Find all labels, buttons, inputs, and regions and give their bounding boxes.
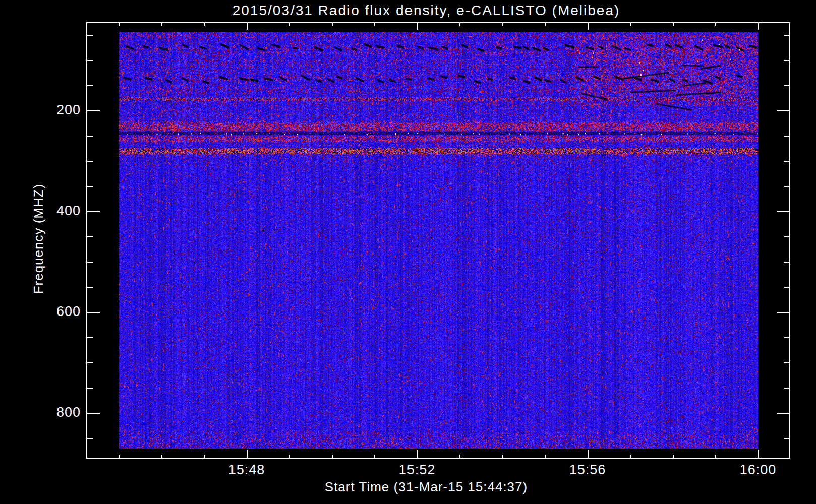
tick-mark [119,22,120,26]
x-tick-label: 15:56 [569,462,606,478]
x-tick-label: 16:00 [740,462,777,478]
tick-mark [86,413,100,414]
tick-mark [332,22,333,26]
tick-mark [204,22,205,26]
tick-mark [247,450,248,459]
y-tick-label: 200 [25,102,81,118]
tick-mark [247,22,248,30]
tick-mark [161,22,162,26]
tick-mark [777,110,790,111]
tick-mark [374,22,375,26]
tick-mark [777,211,790,212]
tick-mark [417,450,418,459]
tick-mark [545,455,546,459]
tick-mark [545,22,546,26]
tick-mark [630,22,631,26]
tick-mark [777,413,790,414]
tick-mark [784,136,790,137]
spectrogram-page: 2015/03/31 Radio flux density, e-CALLIST… [0,0,816,504]
tick-mark [86,85,93,86]
tick-mark [86,110,100,111]
tick-mark [784,186,790,187]
x-tick-label: 15:52 [399,462,436,478]
tick-mark [588,450,589,459]
tick-mark [784,438,790,439]
x-tick-label: 15:48 [228,462,265,478]
tick-mark [417,22,418,30]
x-axis-title: Start Time (31-Mar-15 15:44:37) [325,479,528,495]
tick-mark [86,287,93,288]
tick-mark [86,186,93,187]
tick-mark [784,388,790,389]
y-tick-label: 600 [25,304,81,320]
tick-mark [374,455,375,459]
chart-title: 2015/03/31 Radio flux density, e-CALLIST… [232,3,620,19]
tick-mark [86,312,100,313]
tick-mark [86,438,93,439]
y-tick-label: 400 [25,203,81,219]
tick-mark [502,22,503,26]
tick-mark [758,450,759,459]
tick-mark [715,455,716,459]
tick-mark [784,236,790,237]
tick-mark [86,337,93,338]
tick-mark [289,455,290,459]
tick-mark [86,388,93,389]
tick-mark [758,22,759,30]
tick-mark [161,455,162,459]
tick-mark [86,262,93,263]
tick-mark [784,362,790,363]
tick-mark [459,455,460,459]
tick-mark [784,337,790,338]
tick-mark [784,262,790,263]
tick-mark [86,161,93,162]
tick-mark [332,455,333,459]
tick-mark [784,60,790,61]
tick-mark [204,455,205,459]
tick-mark [119,455,120,459]
tick-mark [784,35,790,36]
tick-mark [86,35,93,36]
tick-mark [459,22,460,26]
tick-mark [502,455,503,459]
tick-mark [86,362,93,363]
tick-mark [777,312,790,313]
tick-mark [673,455,674,459]
tick-mark [86,236,93,237]
tick-mark [588,22,589,30]
tick-mark [289,22,290,26]
tick-mark [784,287,790,288]
tick-mark [86,211,100,212]
tick-mark [784,161,790,162]
plot-frame [86,22,790,459]
tick-mark [86,136,93,137]
tick-mark [784,85,790,86]
tick-mark [673,22,674,26]
tick-mark [86,60,93,61]
y-axis-title: Frequency (MHZ) [31,184,46,294]
tick-mark [715,22,716,26]
tick-mark [630,455,631,459]
y-tick-label: 800 [25,405,81,420]
